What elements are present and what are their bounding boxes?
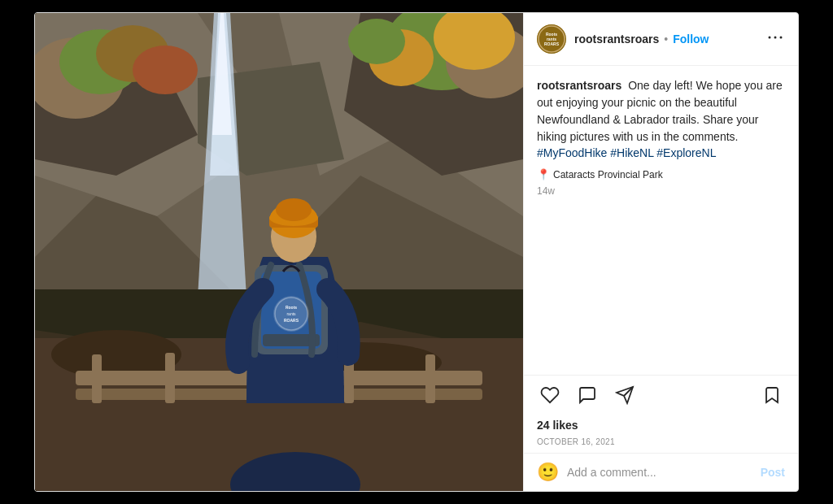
svg-rect-30 <box>425 354 435 403</box>
svg-point-45 <box>276 198 312 221</box>
post-date: OCTOBER 16, 2021 <box>524 436 798 453</box>
svg-point-16 <box>348 19 405 64</box>
post-actions <box>524 375 798 415</box>
post-image: Roots rants ROARS <box>35 13 523 492</box>
post-header: Roots rants ROARS rootsrantsroars • Foll… <box>524 13 798 66</box>
svg-point-52 <box>774 36 777 38</box>
emoji-button[interactable]: 🙂 <box>537 462 559 483</box>
like-button[interactable] <box>537 382 563 408</box>
post-container: Roots rants ROARS <box>34 12 799 492</box>
caption-username[interactable]: rootsrantsroars <box>537 79 621 92</box>
dot-separator: • <box>664 33 668 46</box>
post-caption: rootsrantsroars One day left! We hope yo… <box>524 66 798 375</box>
comment-button[interactable] <box>574 382 600 408</box>
header-info: rootsrantsroars • Follow <box>574 33 757 46</box>
more-options-button[interactable] <box>765 28 785 51</box>
location-pin-icon: 📍 <box>537 168 550 180</box>
likes-count: 24 likes <box>537 419 578 432</box>
location-row: 📍 Cataracts Provincial Park <box>537 168 785 180</box>
comment-input[interactable] <box>567 466 752 479</box>
likes-section: 24 likes <box>524 415 798 436</box>
svg-text:ROARS: ROARS <box>544 41 560 46</box>
svg-text:ROARS: ROARS <box>284 318 299 323</box>
comment-box: 🙂 Post <box>524 453 798 491</box>
bookmark-button[interactable] <box>759 382 785 408</box>
svg-rect-26 <box>92 354 102 403</box>
time-ago: 14w <box>537 185 785 197</box>
post-right-panel: Roots rants ROARS rootsrantsroars • Foll… <box>523 13 798 491</box>
svg-point-51 <box>769 36 771 38</box>
svg-text:Roots: Roots <box>286 305 297 310</box>
follow-button[interactable]: Follow <box>673 33 709 46</box>
caption-hashtags[interactable]: #MyFoodHike #HikeNL #ExploreNL <box>537 146 716 159</box>
svg-text:rants: rants <box>286 311 296 316</box>
header-username[interactable]: rootsrantsroars <box>574 33 659 46</box>
avatar[interactable]: Roots rants ROARS <box>537 24 566 54</box>
share-button[interactable] <box>612 382 638 408</box>
post-comment-button[interactable]: Post <box>761 466 785 479</box>
svg-point-53 <box>780 36 783 38</box>
svg-rect-27 <box>165 353 175 403</box>
svg-point-11 <box>133 46 198 94</box>
caption-content: rootsrantsroars One day left! We hope yo… <box>537 77 785 160</box>
location-name[interactable]: Cataracts Provincial Park <box>553 169 663 180</box>
